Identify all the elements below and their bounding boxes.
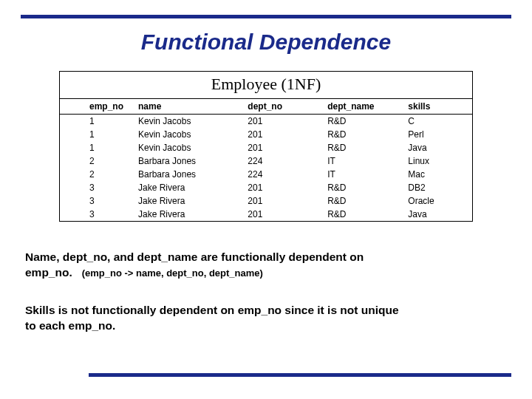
cell-skills: DB2 (400, 181, 472, 194)
cell-dept_name: R&D (320, 141, 400, 154)
cell-name: Barbara Jones (131, 168, 240, 181)
cell-skills: Linux (400, 154, 472, 168)
cell-dept_name: R&D (320, 115, 400, 129)
caption1-line2b: (emp_no -> name, dept_no, dept_name) (82, 267, 263, 279)
th-dept-name: dept_name (320, 99, 400, 115)
cell-emp_no: 2 (60, 168, 131, 181)
cell-name: Kevin Jacobs (131, 141, 240, 154)
cell-name: Jake Rivera (131, 208, 240, 221)
caption2-line1: Skills is not functionally dependent on … (25, 304, 399, 316)
cell-dept_no: 201 (240, 194, 320, 208)
table-row: 2Barbara Jones224ITMac (60, 168, 472, 181)
cell-dept_no: 201 (240, 181, 320, 194)
table-header-row: emp_no name dept_no dept_name skills (60, 99, 472, 115)
cell-dept_name: R&D (320, 128, 400, 141)
table-body: 1Kevin Jacobs201R&DC1Kevin Jacobs201R&DP… (60, 115, 472, 222)
cell-emp_no: 3 (60, 208, 131, 221)
cell-name: Jake Rivera (131, 181, 240, 194)
cell-dept_name: IT (320, 168, 400, 181)
top-rule (21, 15, 511, 18)
cell-skills: Java (400, 208, 472, 221)
cell-name: Kevin Jacobs (131, 115, 240, 129)
th-dept-no: dept_no (240, 99, 320, 115)
cell-emp_no: 1 (60, 128, 131, 141)
table-row: 2Barbara Jones224ITLinux (60, 154, 472, 168)
cell-dept_name: R&D (320, 208, 400, 221)
table-row: 1Kevin Jacobs201R&DJava (60, 141, 472, 154)
cell-name: Barbara Jones (131, 154, 240, 168)
cell-dept_name: R&D (320, 181, 400, 194)
table-row: 3Jake Rivera201R&DDB2 (60, 181, 472, 194)
caption1-formula: (emp_no -> name, dept_no, dept_name) (82, 267, 263, 279)
cell-emp_no: 1 (60, 115, 131, 129)
cell-dept_no: 224 (240, 168, 320, 181)
cell-emp_no: 3 (60, 194, 131, 208)
cell-dept_no: 224 (240, 154, 320, 168)
cell-skills: Java (400, 141, 472, 154)
cell-emp_no: 1 (60, 141, 131, 154)
caption1-line2a: emp_no. (25, 266, 72, 279)
caption2-line2: to each emp_no. (25, 319, 115, 332)
cell-emp_no: 3 (60, 181, 131, 194)
th-emp-no: emp_no (60, 99, 131, 115)
th-name: name (131, 99, 240, 115)
caption1-line1: Name, dept_no, and dept_name are functio… (25, 250, 364, 263)
table-row: 1Kevin Jacobs201R&DC (60, 115, 472, 129)
cell-name: Kevin Jacobs (131, 128, 240, 141)
cell-name: Jake Rivera (131, 194, 240, 208)
cell-dept_no: 201 (240, 208, 320, 221)
table-row: 1Kevin Jacobs201R&DPerl (60, 128, 472, 141)
page-title: Functional Dependence (0, 30, 532, 55)
th-skills: skills (400, 99, 472, 115)
cell-dept_no: 201 (240, 128, 320, 141)
caption-not-functionally-dependent: Skills is not functionally dependent on … (25, 303, 507, 334)
cell-emp_no: 2 (60, 154, 131, 168)
caption-functional-dependence: Name, dept_no, and dept_name are functio… (25, 250, 507, 281)
employee-table-container: Employee (1NF) emp_no name dept_no dept_… (59, 71, 473, 222)
employee-table: emp_no name dept_no dept_name skills 1Ke… (60, 98, 472, 221)
cell-dept_name: IT (320, 154, 400, 168)
cell-skills: Oracle (400, 194, 472, 208)
cell-skills: C (400, 115, 472, 129)
table-row: 3Jake Rivera201R&DOracle (60, 194, 472, 208)
table-row: 3Jake Rivera201R&DJava (60, 208, 472, 221)
cell-skills: Perl (400, 128, 472, 141)
cell-skills: Mac (400, 168, 472, 181)
cell-dept_no: 201 (240, 141, 320, 154)
cell-dept_name: R&D (320, 194, 400, 208)
bottom-rule (89, 373, 511, 377)
cell-dept_no: 201 (240, 115, 320, 129)
table-title: Employee (1NF) (60, 72, 472, 98)
